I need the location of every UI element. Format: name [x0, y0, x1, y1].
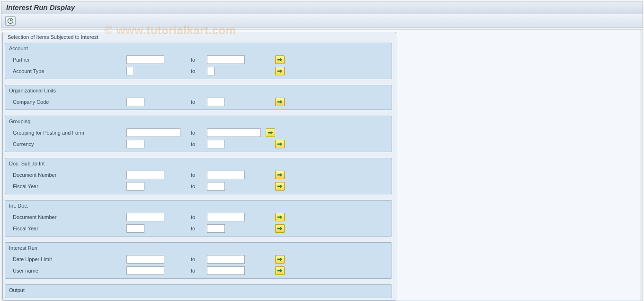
- field-label: Document Number: [13, 172, 126, 178]
- group-title-output: Output: [5, 285, 392, 296]
- from-input[interactable]: [126, 182, 144, 191]
- multiple-selection-button[interactable]: [266, 128, 275, 137]
- field-row: Company Code to: [5, 96, 392, 108]
- group-title: Int. Doc.: [5, 201, 392, 211]
- field-label: Partner: [13, 57, 126, 63]
- from-input[interactable]: [126, 128, 180, 137]
- field-label: Fiscal Year: [13, 226, 126, 231]
- arrow-right-icon: [277, 226, 283, 231]
- group-doc-subj-to-int: Doc. Subj.to Int Document Number to Fisc…: [5, 158, 392, 194]
- to-label: to: [188, 183, 207, 189]
- field-row: Date Upper Limit to: [5, 254, 392, 265]
- field-row: Document Number to: [5, 211, 392, 223]
- field-label: Currency: [13, 141, 126, 147]
- to-label: to: [188, 130, 207, 136]
- multiple-selection-button[interactable]: [275, 213, 285, 221]
- group-title: Interest Run: [5, 243, 392, 254]
- to-input[interactable]: [207, 67, 215, 75]
- arrow-right-icon: [277, 57, 283, 62]
- from-input[interactable]: [126, 67, 134, 75]
- super-group-selection: Selection of Items Subjected to Interest…: [2, 32, 396, 301]
- group-account: Account Partner to Account Type to: [5, 43, 392, 79]
- group-title: Account: [5, 43, 392, 54]
- multiple-selection-button[interactable]: [275, 171, 285, 179]
- to-label: to: [188, 172, 207, 178]
- page-title: Interest Run Display: [6, 3, 638, 11]
- field-label: Grouping for Posting and Form: [13, 130, 126, 136]
- multiple-selection-button[interactable]: [275, 140, 285, 148]
- execute-button[interactable]: [5, 16, 16, 26]
- execute-icon: [7, 18, 14, 24]
- from-input[interactable]: [126, 171, 164, 179]
- group-title: Grouping: [5, 116, 392, 127]
- from-input[interactable]: [126, 98, 144, 106]
- multiple-selection-button[interactable]: [275, 98, 285, 106]
- to-input[interactable]: [207, 224, 225, 233]
- field-label: Company Code: [13, 99, 126, 105]
- to-input[interactable]: [207, 255, 245, 264]
- multiple-selection-button[interactable]: [275, 182, 285, 191]
- multiple-selection-button[interactable]: [275, 55, 285, 64]
- multiple-selection-button[interactable]: [275, 255, 285, 264]
- arrow-right-icon: [277, 173, 283, 177]
- field-row: Fiscal Year to: [5, 181, 392, 192]
- to-label: to: [188, 68, 207, 74]
- toolbar: [1, 14, 643, 27]
- scroll-area[interactable]: Selection of Items Subjected to Interest…: [1, 30, 643, 301]
- field-label: Account Type: [13, 68, 126, 74]
- to-label: to: [188, 57, 207, 63]
- from-input[interactable]: [126, 266, 164, 275]
- multiple-selection-button[interactable]: [275, 224, 285, 233]
- to-input[interactable]: [207, 266, 245, 275]
- group-title: Doc. Subj.to Int: [5, 158, 392, 169]
- from-input[interactable]: [126, 224, 144, 233]
- from-input[interactable]: [126, 255, 164, 264]
- to-input[interactable]: [207, 140, 225, 148]
- to-input[interactable]: [207, 98, 225, 106]
- from-input[interactable]: [126, 140, 144, 148]
- group-grouping: Grouping Grouping for Posting and Form t…: [5, 116, 392, 152]
- field-row: Fiscal Year to: [5, 223, 392, 234]
- arrow-right-icon: [277, 69, 283, 73]
- to-label: to: [188, 226, 207, 231]
- to-label: to: [188, 141, 207, 147]
- arrow-right-icon: [277, 268, 283, 273]
- field-row: Currency to: [5, 138, 392, 150]
- group-organizational-units: Organizational Units Company Code to: [5, 85, 392, 110]
- group-interest-run: Interest Run Date Upper Limit to User na…: [5, 242, 392, 279]
- arrow-right-icon: [277, 257, 283, 262]
- arrow-right-icon: [277, 184, 283, 189]
- arrow-right-icon: [277, 142, 283, 146]
- multiple-selection-button[interactable]: [275, 266, 285, 275]
- field-label: Document Number: [13, 214, 126, 220]
- multiple-selection-button[interactable]: [275, 67, 285, 75]
- svg-point-3: [10, 20, 11, 21]
- field-label: Fiscal Year: [13, 183, 126, 189]
- arrow-right-icon: [277, 100, 283, 104]
- to-label: to: [188, 268, 207, 274]
- super-group-title: Selection of Items Subjected to Interest: [5, 32, 394, 43]
- arrow-right-icon: [268, 130, 273, 135]
- from-input[interactable]: [126, 55, 164, 64]
- title-bar: Interest Run Display: [1, 1, 643, 14]
- to-input[interactable]: [207, 55, 245, 64]
- to-input[interactable]: [207, 128, 261, 137]
- content-wrapper: Selection of Items Subjected to Interest…: [1, 29, 643, 301]
- field-row: User name to: [5, 265, 392, 276]
- to-label: to: [188, 214, 207, 220]
- to-input[interactable]: [207, 182, 225, 191]
- right-splitter-bar[interactable]: [640, 30, 643, 301]
- field-row: Grouping for Posting and Form to: [5, 127, 392, 138]
- field-row: Document Number to: [5, 169, 392, 181]
- field-label: Date Upper Limit: [13, 256, 126, 262]
- to-input[interactable]: [207, 171, 245, 179]
- field-row: Partner to: [5, 54, 392, 65]
- field-row: Account Type to: [5, 65, 392, 77]
- to-label: to: [188, 99, 207, 105]
- field-label: User name: [13, 268, 126, 274]
- group-int-doc: Int. Doc. Document Number to Fiscal Year…: [5, 200, 392, 237]
- arrow-right-icon: [277, 215, 283, 219]
- to-input[interactable]: [207, 213, 245, 221]
- from-input[interactable]: [126, 213, 164, 221]
- to-label: to: [188, 256, 207, 262]
